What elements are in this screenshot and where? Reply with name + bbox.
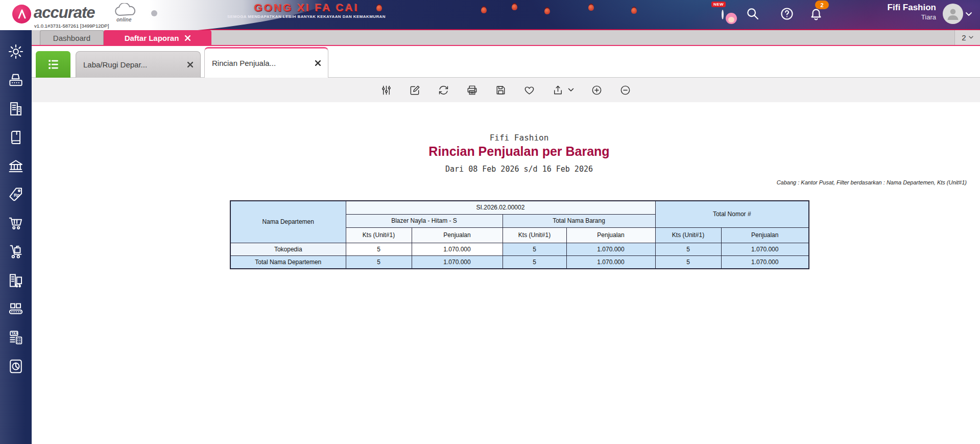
price-tag-rp-icon: Rp [7, 186, 25, 203]
row-name: Tokopedia [230, 243, 346, 255]
row-value: 1.070.000 [566, 243, 655, 255]
chevron-down-icon [965, 12, 972, 17]
sidebar-item-delivery[interactable] [7, 243, 25, 261]
cash-register-icon [7, 72, 25, 89]
row-value: 5 [503, 255, 566, 269]
search-button[interactable] [746, 7, 760, 22]
top-header: accurate online v1.0.1#3731-587261 [3499… [0, 0, 980, 30]
tab-dashboard[interactable]: Dashboard [40, 30, 104, 45]
body-row: Rp TAX [0, 30, 980, 444]
logo-caret-icon [16, 8, 28, 20]
tab-daftar-laporan[interactable]: Daftar Laporan [104, 30, 211, 45]
heart-icon [523, 84, 535, 96]
export-button[interactable] [551, 83, 575, 97]
report-content: Fifi Fashion Rincian Penjualan per Baran… [32, 102, 980, 444]
mascot-avatar-button[interactable]: NEW [713, 5, 732, 24]
lantern-decoration [512, 4, 517, 10]
sidebar-item-journal[interactable] [7, 128, 25, 147]
tab-daftar-laporan-label: Daftar Laporan [125, 34, 179, 42]
report-list-button[interactable] [36, 51, 70, 78]
sidebar-item-bank[interactable] [7, 157, 25, 175]
row-value: 5 [346, 255, 412, 269]
sidebar-nav: Rp TAX [0, 30, 32, 444]
sidebar-item-company[interactable] [7, 100, 25, 118]
user-name: Tiara [888, 13, 936, 21]
report-period: Dari 08 Feb 2026 s/d 16 Feb 2026 [230, 165, 808, 174]
window-count-dropdown[interactable]: 2 [954, 30, 980, 45]
sidebar-item-purchases[interactable] [7, 214, 25, 232]
report-tab-laba-rugi[interactable]: Laba/Rugi Depar... [76, 51, 201, 78]
user-menu-chevron[interactable] [965, 11, 972, 18]
row-value: 5 [655, 243, 721, 255]
lantern-decoration [544, 8, 550, 14]
header-penjualan-1: Penjualan [412, 227, 503, 243]
row-value: 1.070.000 [721, 255, 809, 269]
sliders-icon [380, 84, 392, 96]
mascot-avatar [722, 10, 724, 19]
row-value: 1.070.000 [412, 255, 503, 269]
close-icon[interactable] [187, 62, 193, 67]
sidebar-item-reports[interactable] [7, 357, 25, 376]
close-icon[interactable] [315, 60, 321, 66]
report-pie-chart-icon [7, 358, 25, 375]
bank-icon [7, 157, 25, 175]
app-version: v1.0.1#3731-587261 [3499P12DP] [34, 23, 109, 29]
sidebar-item-settings[interactable] [7, 42, 25, 61]
filter-settings-button[interactable] [379, 83, 393, 97]
sidebar-item-fixed-assets[interactable] [7, 271, 25, 290]
table-header-row-1: Nama Departemen SI.2026.02.00002 Total N… [230, 201, 809, 214]
table-row-total: Total Nama Departemen 5 1.070.000 5 1.07… [230, 255, 809, 269]
zoom-in-button[interactable] [590, 83, 604, 97]
report-tab-rincian-penjualan-label: Rincian Penjuala... [212, 59, 276, 67]
refresh-button[interactable] [437, 83, 450, 97]
edit-icon [409, 84, 421, 96]
header-dot-decoration [151, 10, 157, 16]
tab-dashboard-label: Dashboard [53, 34, 90, 42]
row-value: 5 [346, 243, 412, 255]
export-icon [552, 84, 564, 96]
zoom-out-button[interactable] [618, 83, 632, 97]
office-building-icon [7, 100, 25, 118]
list-icon [46, 57, 60, 72]
save-button[interactable] [494, 83, 508, 97]
minus-circle-icon [619, 84, 631, 96]
user-avatar-button[interactable] [943, 4, 963, 24]
notification-bell-icon [809, 7, 823, 21]
report-toolbar [32, 78, 980, 102]
gear-icon [7, 43, 25, 60]
report-tab-rincian-penjualan[interactable]: Rincian Penjuala... [204, 47, 328, 78]
report-company-name: Fifi Fashion [230, 133, 808, 143]
sidebar-item-cash-register[interactable] [7, 71, 25, 89]
plus-circle-icon [591, 84, 603, 96]
conveyor-belt-icon [7, 300, 25, 318]
header-penjualan-3: Penjualan [721, 227, 809, 243]
report-tab-bar: Laba/Rugi Depar... Rincian Penjuala... [32, 46, 980, 78]
sidebar-item-tax[interactable]: TAX [7, 329, 25, 347]
edit-button[interactable] [408, 83, 422, 97]
svg-text:TAX: TAX [12, 332, 18, 335]
close-icon[interactable] [185, 35, 190, 41]
report-filter-note: Cabang : Kantor Pusat, Filter berdasarka… [777, 179, 967, 185]
new-badge: NEW [711, 2, 726, 7]
help-button[interactable] [780, 7, 794, 22]
printer-icon [466, 84, 478, 96]
promo-banner: GONG XI FA CAI SEMOGA MENDAPATKAN LEBIH … [192, 2, 421, 19]
sidebar-item-price-tag[interactable]: Rp [7, 185, 25, 204]
search-icon [746, 7, 760, 21]
header-total-nama-barang: Total Nama Barang [503, 214, 655, 227]
print-button[interactable] [465, 83, 479, 97]
favorite-button[interactable] [522, 83, 536, 97]
brand-online-label: online [116, 17, 131, 22]
tax-document-icon: TAX [7, 329, 25, 346]
lantern-decoration [481, 7, 487, 13]
user-info: Fifi Fashion Tiara [888, 3, 936, 21]
notifications-button[interactable] [809, 7, 823, 23]
app-window: accurate online v1.0.1#3731-587261 [3499… [0, 0, 980, 444]
report-tab-laba-rugi-label: Laba/Rugi Depar... [83, 60, 147, 69]
report-title: Rincian Penjualan per Barang [230, 144, 808, 159]
chevron-down-icon [969, 36, 973, 39]
sidebar-item-manufacture[interactable] [7, 300, 25, 318]
row-value: 1.070.000 [721, 243, 809, 255]
window-tab-bar: Dashboard Daftar Laporan 2 [32, 30, 980, 46]
window-count: 2 [962, 33, 966, 42]
